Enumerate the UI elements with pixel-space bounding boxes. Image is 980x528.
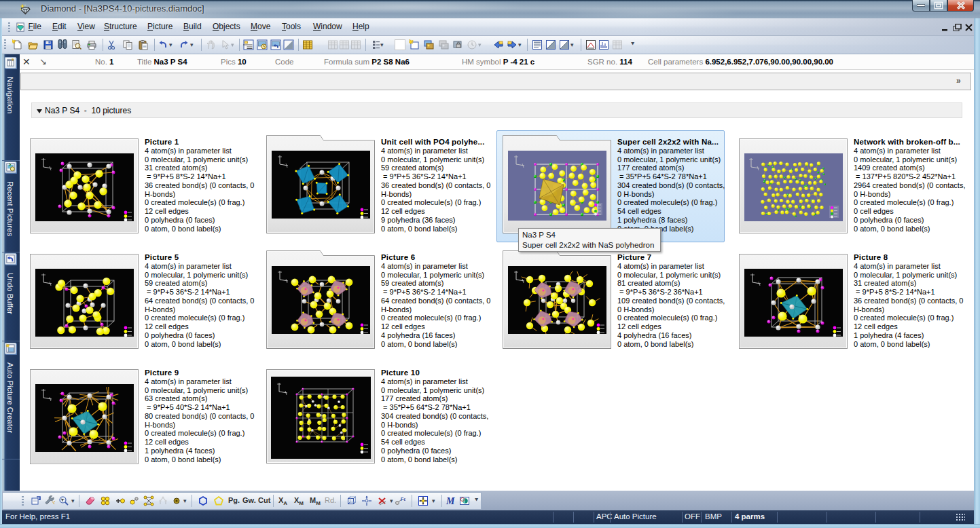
svg-text:M: M (446, 496, 455, 506)
svg-text:Fe: Fe (401, 497, 405, 502)
